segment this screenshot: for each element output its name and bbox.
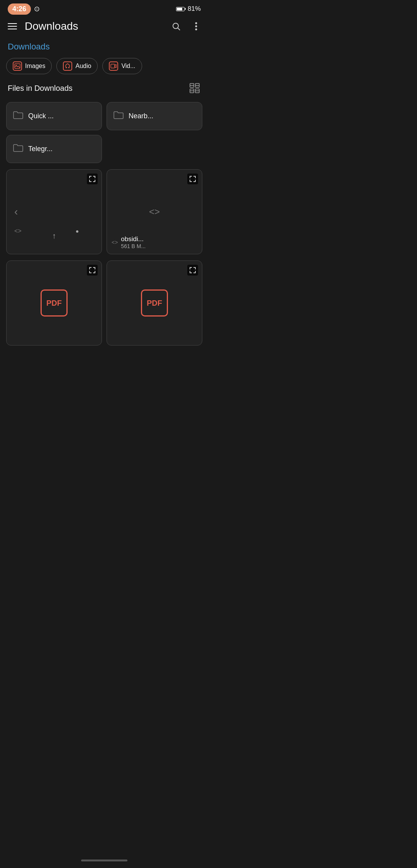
- search-button[interactable]: [170, 20, 182, 32]
- folder-row-2: Telegr...: [0, 135, 208, 169]
- audio-chip-icon: [63, 61, 72, 71]
- file-card-code-2[interactable]: <> <> obsidi... 561 B M...: [107, 169, 202, 254]
- expand-icon-pdf-2[interactable]: [187, 265, 198, 276]
- file-card-pdf-1[interactable]: PDF: [6, 260, 102, 345]
- app-bar-icons: [170, 20, 202, 32]
- filter-chips: Images Audio Vid...: [0, 58, 208, 82]
- app-bar: Downloads: [0, 17, 208, 39]
- files-title: Files in Downloads: [8, 84, 73, 93]
- battery-indicator: [176, 7, 185, 11]
- folder-telegram[interactable]: Telegr...: [6, 135, 102, 163]
- code-both-arrows: <>: [149, 206, 160, 217]
- code-arrows-bottom: <>: [14, 228, 22, 235]
- folder-quick[interactable]: Quick ...: [6, 102, 102, 130]
- folder-icon: [113, 110, 124, 122]
- pdf-icon-2: PDF: [141, 289, 168, 317]
- grid-view-toggle[interactable]: [188, 82, 201, 94]
- chip-video[interactable]: Vid...: [102, 58, 142, 74]
- status-icons: 81%: [176, 5, 201, 13]
- status-bar: 4:26 ⊙ 81%: [0, 0, 208, 17]
- svg-point-4: [195, 29, 197, 31]
- video-chip-label: Vid...: [121, 63, 135, 70]
- left-arrow-icon: ‹: [14, 206, 18, 218]
- section-header: Downloads: [0, 39, 208, 58]
- file-name-2: obsidi...: [121, 235, 146, 243]
- folder-icon: [13, 110, 24, 122]
- files-section-header: Files in Downloads: [0, 82, 208, 102]
- menu-button[interactable]: [6, 22, 19, 31]
- camera-status-icon: ⊙: [34, 5, 40, 13]
- expand-icon-1[interactable]: [87, 174, 98, 184]
- expand-icon-pdf-1[interactable]: [87, 265, 98, 276]
- up-arrow: ↑: [52, 231, 56, 240]
- file-card-pdf-2[interactable]: PDF: [107, 260, 202, 345]
- section-title: Downloads: [8, 42, 50, 51]
- svg-point-3: [195, 26, 197, 27]
- svg-point-8: [68, 67, 70, 68]
- dot-indicator: [76, 230, 78, 233]
- more-options-button[interactable]: [190, 20, 202, 32]
- file-size-2: 561 B M...: [121, 243, 146, 249]
- svg-point-0: [173, 23, 178, 29]
- folder-icon: [13, 143, 24, 155]
- folder-nearby[interactable]: Nearb...: [107, 102, 202, 130]
- svg-point-7: [66, 67, 67, 68]
- file-grid-row2: PDF PDF: [0, 260, 208, 352]
- images-chip-icon: [13, 61, 22, 71]
- file-info-2: <> obsidi... 561 B M...: [112, 235, 197, 249]
- svg-line-1: [178, 28, 180, 31]
- svg-rect-9: [111, 64, 115, 68]
- expand-icon-2[interactable]: [187, 174, 198, 184]
- folder-telegram-label: Telegr...: [28, 145, 53, 153]
- folder-quick-label: Quick ...: [28, 112, 54, 120]
- file-grid-row1: ‹ <> ↑ <> <> obsidi... 561 B M...: [0, 169, 208, 260]
- pdf-icon-1: PDF: [41, 289, 68, 317]
- audio-chip-label: Audio: [75, 63, 91, 70]
- chip-images[interactable]: Images: [6, 58, 52, 74]
- chip-audio[interactable]: Audio: [56, 58, 98, 74]
- video-chip-icon: [109, 61, 118, 71]
- svg-point-2: [195, 22, 197, 24]
- images-chip-label: Images: [25, 63, 45, 70]
- status-time: 4:26: [8, 3, 31, 15]
- folder-grid: Quick ... Nearb...: [0, 102, 208, 135]
- file-card-code-1[interactable]: ‹ <> ↑: [6, 169, 102, 254]
- app-title: Downloads: [25, 20, 164, 32]
- folder-nearby-label: Nearb...: [129, 112, 153, 120]
- battery-percent: 81%: [188, 5, 201, 13]
